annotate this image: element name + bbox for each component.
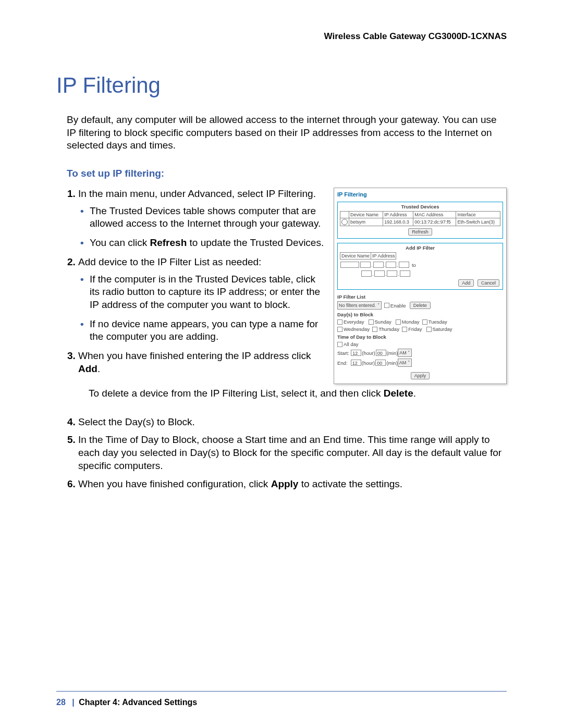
end-label: End: (337, 360, 348, 366)
procedure-heading: To set up IP filtering: (67, 168, 507, 179)
cell-ip: 192.168.0.3 (383, 218, 413, 226)
text-fragment: When you have finished entering the IP a… (78, 350, 311, 361)
trusted-devices-title: Trusted Devices (340, 204, 500, 209)
footer-rule (56, 691, 507, 692)
day-label: Tuesday (429, 319, 447, 325)
day-label: Friday (408, 326, 422, 332)
step-1-bullet-2: You can click Refresh to update the Trus… (90, 237, 325, 250)
end-hour-input[interactable]: 12 (351, 360, 361, 366)
time-of-day-title: Time of Day to Block (337, 334, 503, 340)
ip-octet-input[interactable] (373, 262, 384, 268)
step-1-bullet-1: The Trusted Devices table shows computer… (90, 205, 325, 230)
chapter-label: Chapter 4: Advanced Settings (79, 698, 197, 707)
day-label: Saturday (433, 326, 452, 332)
col-interface: Interface (456, 212, 500, 218)
step-2-text: Add device to the IP Filter List as need… (78, 256, 261, 267)
step-2: Add device to the IP Filter List as need… (78, 256, 325, 343)
step-5: In the Time of Day to Block, choose a St… (78, 434, 507, 472)
add-ip-filter-box: Add IP Filter Device Name IP Address . .… (337, 243, 503, 290)
days-to-block-title: Day(s) to Block (337, 312, 503, 317)
ip-octet-input[interactable] (360, 262, 371, 268)
text-fragment: to update the Trusted Devices. (187, 237, 324, 248)
ip-octet-input[interactable] (361, 270, 372, 277)
ampm-value: AM (399, 360, 407, 365)
device-name-input[interactable] (340, 262, 359, 268)
day-everyday-checkbox[interactable] (337, 319, 342, 325)
col-device: Device Name (349, 212, 383, 218)
ip-octet-input[interactable] (387, 270, 397, 277)
ip-octet-input[interactable] (399, 262, 409, 268)
page-footer: 28 | Chapter 4: Advanced Settings (56, 698, 197, 707)
footer-separator: | (72, 698, 74, 707)
trusted-devices-table: Device Name IP Address MAC Address Inter… (340, 211, 500, 226)
to-label: to (412, 262, 416, 268)
table-row: betsym 192.168.0.3 00:13:72:dc:97:f5 Eth… (340, 218, 500, 226)
start-min-input[interactable]: 00 (376, 350, 386, 356)
cancel-button[interactable]: Cancel (478, 279, 499, 287)
text-fragment: You can click (90, 237, 150, 248)
add-bold: Add (78, 363, 97, 374)
day-friday-checkbox[interactable] (402, 327, 407, 332)
end-min-input[interactable]: 00 (375, 360, 386, 366)
lbl-ip: IP Address (371, 253, 396, 260)
text-fragment: to activate the settings. (298, 478, 402, 489)
ip-octet-input[interactable] (400, 270, 410, 277)
start-label: Start: (337, 350, 349, 356)
trusted-devices-box: Trusted Devices Device Name IP Address M… (337, 202, 503, 239)
enable-checkbox[interactable] (384, 303, 389, 308)
add-button[interactable]: Add (458, 279, 474, 287)
product-header: Wireless Cable Gateway CG3000D-1CXNAS (56, 31, 507, 42)
delete-bold: Delete (384, 388, 413, 399)
day-label: Wednesday (344, 326, 370, 332)
day-monday-checkbox[interactable] (396, 319, 401, 325)
add-filter-title: Add IP Filter (340, 245, 500, 251)
min-label: (min) (387, 350, 398, 356)
start-hour-input[interactable]: 12 (351, 350, 361, 356)
text-fragment: When you have finished configuration, cl… (78, 478, 271, 489)
panel-title: IP Filtering (337, 191, 503, 198)
step-2-bullet-1: If the computer is in the Trusted Device… (90, 273, 325, 312)
cell-mac: 00:13:72:dc:97:f5 (413, 218, 456, 226)
day-label: Sunday (375, 319, 391, 325)
filter-select-value: No filters entered. (339, 303, 376, 308)
day-saturday-checkbox[interactable] (426, 327, 432, 332)
intro-paragraph: By default, any computer will be allowed… (67, 114, 507, 152)
min-label: (min) (386, 360, 398, 366)
day-thursday-checkbox[interactable] (372, 327, 377, 332)
day-sunday-checkbox[interactable] (369, 319, 374, 325)
start-ampm-select[interactable]: AM ˅ (398, 349, 412, 357)
ip-octet-input[interactable] (386, 262, 396, 268)
refresh-bold: Refresh (150, 237, 187, 248)
step-1: In the main menu, under Advanced, select… (78, 188, 325, 250)
step-2-bullet-2: If no device name appears, you can type … (90, 318, 325, 343)
refresh-button[interactable]: Refresh (408, 228, 432, 236)
ip-octet-input[interactable] (374, 270, 385, 277)
filter-select[interactable]: No filters entered. ˅ (337, 301, 382, 310)
cell-interface: Eth-Switch Lan(3) (456, 218, 500, 226)
enable-label: Enable (390, 303, 406, 309)
allday-checkbox[interactable] (337, 342, 342, 347)
screenshot-panel: IP Filtering Trusted Devices Device Name… (334, 188, 507, 384)
day-wednesday-checkbox[interactable] (337, 327, 342, 332)
end-ampm-select[interactable]: AM ˅ (398, 359, 412, 367)
day-label: Monday (402, 319, 420, 325)
delete-button[interactable]: Delete (410, 302, 431, 309)
col-ip: IP Address (383, 212, 413, 218)
select-device-radio[interactable] (341, 219, 348, 225)
step-3: When you have finished entering the IP a… (78, 350, 325, 375)
apply-button[interactable]: Apply (411, 372, 430, 379)
hour-label: (hour) (362, 360, 375, 366)
allday-label: All day (344, 341, 359, 347)
ip-filter-list-title: IP Filter List (337, 294, 503, 300)
text-fragment: . (413, 388, 416, 399)
text-fragment: . (97, 363, 100, 374)
lbl-device: Device Name (340, 253, 371, 260)
page-number: 28 (56, 698, 66, 707)
page-title: IP Filtering (56, 73, 507, 98)
step-1-text: In the main menu, under Advanced, select… (78, 188, 316, 199)
step-6: When you have finished configuration, cl… (78, 478, 507, 491)
day-tuesday-checkbox[interactable] (422, 319, 427, 325)
cell-device: betsym (349, 218, 383, 226)
col-mac: MAC Address (413, 212, 456, 218)
hour-label: (hour) (362, 350, 375, 356)
